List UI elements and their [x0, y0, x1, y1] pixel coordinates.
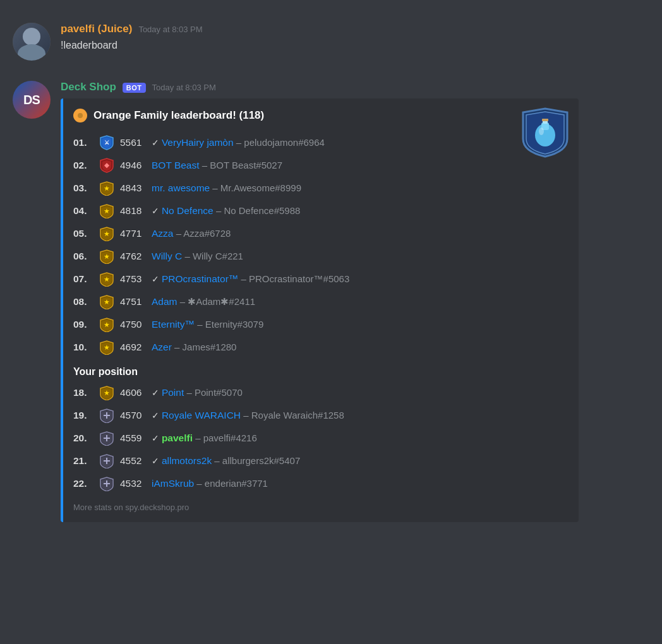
- rank-number: 19.: [73, 408, 93, 422]
- player-tag: – Mr.Awesome#8999: [210, 182, 301, 193]
- svg-text:★: ★: [104, 321, 110, 328]
- player-tag: – BOT Beast#5027: [200, 160, 282, 170]
- player-tag: – Royale Waraich#1258: [241, 410, 344, 420]
- rank-number: 22.: [73, 477, 93, 491]
- player-score: 4843: [120, 181, 147, 195]
- list-item: 21.4552✓ allmotors2k – allburgers2k#5407: [73, 450, 566, 472]
- player-info: ✓ allmotors2k – allburgers2k#5407: [152, 454, 300, 468]
- list-item: 08.★4751Adam – ✱Adam✱#2411: [73, 290, 566, 313]
- orange-indicator: [73, 109, 87, 122]
- player-score: 4771: [120, 227, 147, 241]
- player-tag: – pavelfi#4216: [193, 432, 257, 443]
- list-item: 03.★4843mr. awesome – Mr.Awesome#8999: [73, 177, 566, 200]
- svg-text:◆: ◆: [104, 162, 110, 169]
- player-info: Azer – James#1280: [152, 340, 236, 354]
- svg-text:★: ★: [104, 389, 110, 397]
- player-badge-icon: ★: [99, 271, 115, 287]
- player-score: 4753: [120, 272, 147, 286]
- checkmark-icon: ✓: [152, 138, 162, 148]
- player-name: PROcrastinator™: [162, 273, 238, 284]
- bot-avatar: DS: [13, 81, 51, 119]
- rank-number: 20.: [73, 431, 93, 445]
- player-info: Eternity™ – Eternity#3079: [152, 318, 263, 331]
- player-score: 4750: [120, 318, 147, 331]
- player-badge-icon: ⚔: [99, 134, 115, 151]
- player-badge-icon: ★: [99, 385, 115, 401]
- list-item: 10.★4692Azer – James#1280: [73, 336, 566, 359]
- player-score: 4818: [120, 204, 147, 218]
- user-message-text: !leaderboard: [61, 38, 649, 53]
- list-item: 01.⚔5561✓ VeryHairy jamòn – peludojamon#…: [73, 131, 566, 154]
- your-position-list: 18.★4606✓ Point – Point#507019.4570✓ Roy…: [73, 381, 566, 495]
- player-info: Adam – ✱Adam✱#2411: [152, 295, 255, 309]
- list-item: 09.★4750Eternity™ – Eternity#3079: [73, 313, 566, 336]
- checkmark-icon: ✓: [152, 206, 162, 216]
- rank-number: 21.: [73, 454, 93, 468]
- user-message: pavelfi (Juice) Today at 8:03 PM !leader…: [0, 13, 662, 71]
- checkmark-icon: ✓: [152, 456, 162, 466]
- user-message-content: pavelfi (Juice) Today at 8:03 PM !leader…: [61, 23, 649, 53]
- player-info: ✓ VeryHairy jamòn – peludojamon#6964: [152, 136, 325, 150]
- player-name: Point: [162, 387, 184, 398]
- player-score: 4946: [120, 158, 147, 172]
- player-badge-icon: ★: [99, 294, 115, 310]
- player-tag: – James#1280: [172, 342, 237, 352]
- player-tag: – Point#5070: [184, 387, 243, 398]
- user-timestamp: Today at 8:03 PM: [138, 25, 202, 34]
- bot-message-header: Deck Shop BOT Today at 8:03 PM: [61, 81, 649, 93]
- player-badge-icon: [99, 430, 115, 446]
- player-info: Willy C – Willy C#221: [152, 249, 243, 263]
- player-info: ✓ Royale WARAICH – Royale Waraich#1258: [152, 408, 344, 422]
- player-info: ✓ PROcrastinator™ – PROcrastinator™#5063: [152, 272, 349, 286]
- player-badge-icon: ★: [99, 316, 115, 333]
- leaderboard-list: 01.⚔5561✓ VeryHairy jamòn – peludojamon#…: [73, 131, 566, 359]
- player-score: 4692: [120, 340, 147, 354]
- rank-number: 03.: [73, 181, 93, 195]
- list-item: 06.★4762Willy C – Willy C#221: [73, 245, 566, 268]
- player-score: 4532: [120, 477, 147, 491]
- checkmark-icon: ✓: [152, 274, 162, 284]
- player-tag: – peludojamon#6964: [234, 137, 325, 148]
- player-score: 4751: [120, 295, 147, 309]
- embed-header: Orange Family leaderboard! (118): [73, 109, 566, 122]
- svg-text:★: ★: [104, 184, 110, 192]
- svg-text:★: ★: [104, 230, 110, 237]
- player-badge-icon: ★: [99, 203, 115, 219]
- rank-number: 07.: [73, 272, 93, 286]
- checkmark-icon: ✓: [152, 433, 162, 443]
- rank-number: 01.: [73, 136, 93, 150]
- player-name: allmotors2k: [162, 455, 212, 466]
- player-info: ✓ No Defence – No Defence#5988: [152, 204, 300, 218]
- player-name: No Defence: [162, 205, 214, 216]
- player-tag: – Willy C#221: [182, 251, 243, 261]
- player-name: Azza: [152, 228, 173, 239]
- bot-timestamp: Today at 8:03 PM: [152, 83, 216, 92]
- list-item: 04.★4818✓ No Defence – No Defence#5988: [73, 200, 566, 222]
- rank-number: 18.: [73, 386, 93, 400]
- list-item: 07.★4753✓ PROcrastinator™ – PROcrastinat…: [73, 268, 566, 290]
- player-name: mr. awesome: [152, 182, 210, 193]
- player-name: Royale WARAICH: [162, 410, 241, 420]
- rank-number: 02.: [73, 158, 93, 172]
- list-item: 22.4532iAmSkrub – enderian#3771: [73, 472, 566, 495]
- user-avatar: [13, 23, 51, 61]
- player-badge-icon: ★: [99, 180, 115, 196]
- svg-text:★: ★: [104, 298, 110, 306]
- player-info: Azza – Azza#6728: [152, 227, 231, 241]
- svg-text:★: ★: [104, 253, 110, 260]
- player-badge-icon: [99, 407, 115, 424]
- player-score: 4570: [120, 408, 147, 422]
- svg-rect-4: [542, 119, 548, 121]
- player-score: 4606: [120, 386, 147, 400]
- player-info: iAmSkrub – enderian#3771: [152, 477, 268, 491]
- rank-number: 09.: [73, 318, 93, 331]
- player-info: BOT Beast – BOT Beast#5027: [152, 158, 282, 172]
- player-name: Azer: [152, 342, 172, 352]
- player-info: ✓ Point – Point#5070: [152, 386, 243, 400]
- player-badge-icon: ★: [99, 225, 115, 242]
- player-badge-icon: [99, 475, 115, 492]
- svg-text:⚔: ⚔: [104, 140, 109, 146]
- svg-point-3: [539, 128, 544, 135]
- player-score: 5561: [120, 136, 147, 150]
- checkmark-icon: ✓: [152, 388, 162, 398]
